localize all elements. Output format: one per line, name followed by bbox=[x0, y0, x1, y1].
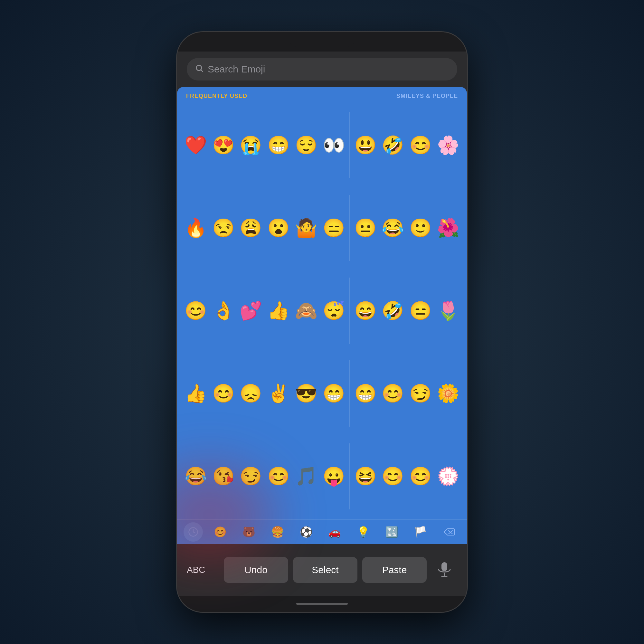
category-activities[interactable]: ⚽ bbox=[295, 523, 317, 541]
emoji-expressionless[interactable]: 😑 bbox=[320, 218, 348, 238]
abc-label[interactable]: ABC bbox=[187, 565, 219, 575]
search-placeholder: Search Emoji bbox=[208, 64, 265, 75]
svg-rect-5 bbox=[441, 562, 447, 571]
emoji-ok-hand[interactable]: 👌 bbox=[210, 300, 237, 321]
emoji-laughing[interactable]: 😄 bbox=[352, 300, 379, 321]
emoji-victory[interactable]: ✌️ bbox=[265, 383, 292, 404]
home-indicator bbox=[177, 596, 467, 612]
emoji-row-3: 😊 👌 💕 👍 🙈 😴 😄 🤣 😑 🌷 bbox=[182, 269, 462, 352]
emoji-row1-extra[interactable]: 🌸 bbox=[434, 135, 462, 156]
emoji-two-hearts[interactable]: 💕 bbox=[237, 300, 265, 321]
emoji-tongue[interactable]: 😛 bbox=[320, 466, 348, 487]
category-labels: FREQUENTLY USED SMILEYS & PEOPLE bbox=[177, 87, 467, 102]
category-recent[interactable] bbox=[184, 522, 203, 542]
delete-key[interactable] bbox=[438, 523, 460, 541]
emoji-row-5: 😂 😘 😏 😊 🎵 😛 😆 😊 😊 💮 bbox=[182, 435, 462, 518]
emoji-grin[interactable]: 😁 bbox=[265, 135, 292, 156]
category-bar: 😊 🐻 🍔 ⚽ 🚗 💡 🔣 🏳️ bbox=[177, 519, 467, 544]
paste-button[interactable]: Paste bbox=[362, 557, 427, 583]
bottom-toolbar: ABC Undo Select Paste bbox=[177, 544, 467, 596]
emoji-thumbsup-2[interactable]: 👍 bbox=[182, 383, 210, 404]
section-divider-5 bbox=[349, 443, 350, 510]
emoji-content[interactable]: 😊 bbox=[407, 466, 434, 487]
category-smileys[interactable]: 😊 bbox=[209, 523, 232, 541]
emoji-relieved[interactable]: 😌 bbox=[292, 135, 320, 156]
emoji-eyes[interactable]: 👀 bbox=[320, 135, 348, 156]
emoji-smirking[interactable]: 😏 bbox=[237, 466, 265, 487]
emoji-relieved-2[interactable]: 😊 bbox=[265, 466, 292, 487]
category-animals[interactable]: 🐻 bbox=[238, 523, 260, 541]
section-divider-2 bbox=[349, 195, 350, 261]
emoji-sunglasses[interactable]: 😎 bbox=[292, 383, 320, 404]
emoji-happy[interactable]: 😊 bbox=[379, 466, 407, 487]
emoji-row2-extra[interactable]: 🌺 bbox=[434, 218, 462, 238]
emoji-row-4: 👍 😊 😞 ✌️ 😎 😁 😁 😊 😏 🌼 bbox=[182, 352, 462, 435]
search-icon bbox=[195, 64, 204, 75]
emoji-row3-extra[interactable]: 🌷 bbox=[434, 300, 462, 321]
frequently-used-label: FREQUENTLY USED bbox=[186, 93, 247, 99]
category-symbols[interactable]: 🔣 bbox=[381, 523, 403, 541]
emoji-weary[interactable]: 😩 bbox=[237, 218, 265, 238]
emoji-shrug[interactable]: 🤷 bbox=[292, 218, 320, 238]
phone-frame: Search Emoji FREQUENTLY USED SMILEYS & P… bbox=[177, 32, 467, 612]
emoji-sob[interactable]: 😭 bbox=[237, 135, 265, 156]
smileys-people-label: SMILEYS & PEOPLE bbox=[396, 93, 458, 99]
emoji-heart[interactable]: ❤️ bbox=[182, 135, 210, 156]
emoji-meh[interactable]: 😑 bbox=[407, 300, 434, 321]
section-divider-4 bbox=[349, 360, 350, 427]
phone-notch bbox=[290, 37, 354, 47]
emoji-grid: ❤️ 😍 😭 😁 😌 👀 😃 🤣 😊 🌸 🔥 😒 😩 bbox=[177, 102, 467, 519]
emoji-smirk[interactable]: 😏 bbox=[407, 383, 434, 404]
category-flags[interactable]: 🏳️ bbox=[409, 523, 432, 541]
emoji-smile-2[interactable]: 😊 bbox=[210, 383, 237, 404]
emoji-slightly-smiling[interactable]: 🙂 bbox=[407, 218, 434, 238]
undo-button[interactable]: Undo bbox=[224, 557, 288, 583]
emoji-laugh-squint[interactable]: 😆 bbox=[352, 466, 379, 487]
keyboard-container: Search Emoji FREQUENTLY USED SMILEYS & P… bbox=[177, 52, 467, 596]
emoji-joy[interactable]: 😂 bbox=[379, 218, 407, 238]
emoji-music-notes[interactable]: 🎵 bbox=[292, 466, 320, 487]
emoji-unamused[interactable]: 😒 bbox=[210, 218, 237, 238]
emoji-row5-extra[interactable]: 💮 bbox=[434, 466, 462, 487]
emoji-neutral[interactable]: 😐 bbox=[352, 218, 379, 238]
emoji-disappointed[interactable]: 😞 bbox=[237, 383, 265, 404]
svg-line-1 bbox=[201, 70, 203, 71]
microphone-button[interactable] bbox=[431, 557, 457, 583]
category-objects[interactable]: 💡 bbox=[352, 523, 374, 541]
emoji-grinning[interactable]: 😁 bbox=[352, 383, 379, 404]
select-button[interactable]: Select bbox=[293, 557, 357, 583]
emoji-row-2: 🔥 😒 😩 😮 🤷 😑 😐 😂 🙂 🌺 bbox=[182, 186, 462, 269]
emoji-tears-joy[interactable]: 😂 bbox=[182, 466, 210, 487]
emoji-row-1: ❤️ 😍 😭 😁 😌 👀 😃 🤣 😊 🌸 bbox=[182, 104, 462, 186]
section-divider-3 bbox=[349, 278, 350, 344]
emoji-heart-eyes[interactable]: 😍 bbox=[210, 135, 237, 156]
emoji-see-no-evil[interactable]: 🙈 bbox=[292, 300, 320, 321]
search-bar-area: Search Emoji bbox=[177, 52, 467, 87]
emoji-rolling-laugh[interactable]: 🤣 bbox=[379, 300, 407, 321]
emoji-fire[interactable]: 🔥 bbox=[182, 218, 210, 238]
emoji-astonished[interactable]: 😮 bbox=[265, 218, 292, 238]
section-divider-1 bbox=[349, 112, 350, 178]
phone-top-bar bbox=[177, 32, 467, 52]
emoji-row4-extra[interactable]: 🌼 bbox=[434, 383, 462, 404]
emoji-smile[interactable]: 😊 bbox=[182, 300, 210, 321]
emoji-big-smile[interactable]: 😁 bbox=[320, 383, 348, 404]
emoji-keyboard: FREQUENTLY USED SMILEYS & PEOPLE ❤️ 😍 😭 … bbox=[177, 87, 467, 544]
mic-icon bbox=[437, 562, 451, 578]
search-bar[interactable]: Search Emoji bbox=[187, 58, 457, 81]
emoji-kissing-heart[interactable]: 😘 bbox=[210, 466, 237, 487]
emoji-blush[interactable]: 😊 bbox=[407, 135, 434, 156]
emoji-thumbsup[interactable]: 👍 bbox=[265, 300, 292, 321]
home-bar bbox=[296, 603, 348, 605]
category-travel[interactable]: 🚗 bbox=[323, 523, 346, 541]
category-food[interactable]: 🍔 bbox=[266, 523, 289, 541]
emoji-rofl[interactable]: 🤣 bbox=[379, 135, 407, 156]
emoji-blushing[interactable]: 😊 bbox=[379, 383, 407, 404]
emoji-smiley[interactable]: 😃 bbox=[352, 135, 379, 156]
emoji-sleeping[interactable]: 😴 bbox=[320, 300, 348, 321]
